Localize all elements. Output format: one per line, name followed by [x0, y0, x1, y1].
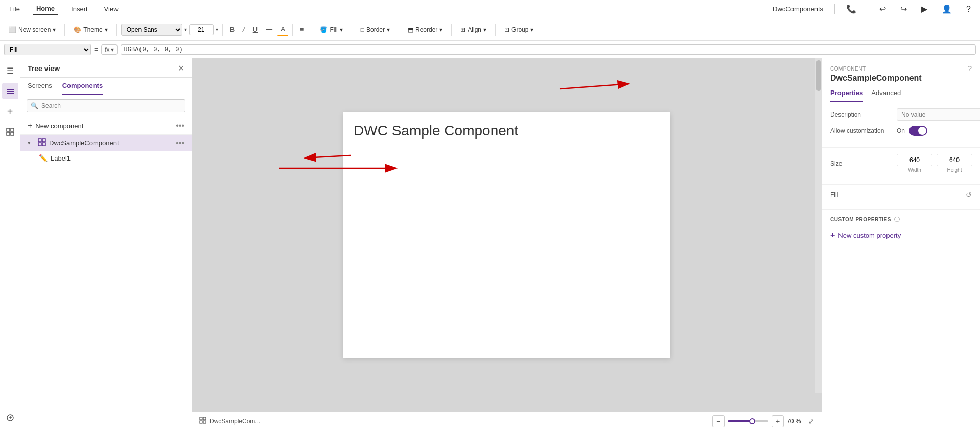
italic-button[interactable]: /: [240, 24, 248, 35]
variables-icon-button[interactable]: [2, 410, 18, 426]
new-component-button[interactable]: + New component •••: [20, 117, 192, 135]
tree-item-content-dwc: ▾ DwcSampleComponent: [28, 138, 176, 148]
toggle-thumb: [918, 127, 926, 135]
fx-chevron: ▾: [111, 46, 114, 53]
description-label: Description: [830, 111, 897, 118]
border-label: Border: [366, 26, 385, 33]
tab-properties[interactable]: Properties: [830, 89, 863, 102]
app-title: DwcComponents: [769, 3, 826, 15]
font-select[interactable]: Open Sans: [121, 24, 182, 36]
font-size-chevron[interactable]: ▾: [216, 27, 218, 32]
tab-advanced[interactable]: Advanced: [871, 89, 901, 102]
zoom-slider[interactable]: [728, 420, 768, 422]
allow-customization-toggle[interactable]: [909, 126, 927, 136]
undo-icon[interactable]: ↩: [876, 2, 889, 16]
zoom-out-button[interactable]: −: [712, 415, 725, 427]
group-label: Group: [511, 26, 528, 33]
menu-home[interactable]: Home: [33, 3, 58, 15]
dwc-dots-button[interactable]: •••: [176, 139, 184, 148]
menu-insert[interactable]: Insert: [68, 3, 91, 15]
height-input[interactable]: [937, 154, 972, 166]
zoom-in-button[interactable]: +: [772, 415, 784, 427]
phone-icon[interactable]: 📞: [843, 2, 859, 16]
theme-button[interactable]: 🎨 Theme ▾: [69, 24, 112, 36]
svg-rect-4: [11, 128, 14, 131]
fx-button[interactable]: fx ▾: [101, 44, 117, 55]
label-edit-icon: ✏️: [39, 154, 48, 162]
search-input[interactable]: [27, 99, 185, 112]
tree-item-dwcsamplecomponent[interactable]: ▾ DwcSampleComponent •••: [20, 135, 192, 151]
expand-icon[interactable]: ⤢: [808, 417, 814, 425]
new-custom-property-label: New custom property: [838, 232, 901, 239]
reorder-icon: ⬒: [408, 26, 413, 33]
size-inputs: Width Height: [897, 154, 972, 173]
canvas-scroll[interactable]: DWC Sample Component: [192, 58, 822, 412]
menu-file[interactable]: File: [6, 3, 23, 15]
tree-item-label1[interactable]: ✏️ Label1: [20, 151, 192, 165]
group-chevron: ▾: [530, 26, 533, 33]
group-button[interactable]: ⊡ Group ▾: [500, 24, 538, 36]
tree-title: Tree view: [28, 64, 60, 73]
svg-rect-0: [7, 89, 14, 90]
formula-input[interactable]: [121, 44, 976, 55]
size-section: Size Width Height: [822, 148, 980, 185]
strikethrough-button[interactable]: —: [263, 24, 275, 35]
divider: [834, 4, 835, 14]
toolbar-sep6: [352, 24, 352, 36]
fill-button[interactable]: 🪣 Fill ▾: [315, 24, 347, 36]
tree-header: Tree view ✕: [20, 58, 192, 78]
group-icon: ⊡: [504, 26, 509, 33]
width-input[interactable]: [897, 154, 932, 166]
zoom-thumb: [749, 418, 755, 424]
tab-screens[interactable]: Screens: [28, 78, 52, 95]
canvas-scrollbar[interactable]: [815, 58, 822, 393]
theme-label: Theme: [83, 26, 102, 33]
border-button[interactable]: □ Border ▾: [356, 24, 394, 36]
align-button[interactable]: ⊞ Align ▾: [456, 24, 491, 36]
new-custom-property-button[interactable]: + New custom property: [830, 229, 972, 242]
add-icon-button[interactable]: +: [2, 103, 18, 120]
tree-close-button[interactable]: ✕: [178, 63, 184, 73]
new-component-dots[interactable]: •••: [176, 121, 184, 130]
custom-properties-help-icon[interactable]: ⓘ: [894, 216, 900, 223]
layers-icon-button[interactable]: [2, 83, 18, 99]
font-size-input[interactable]: [189, 24, 214, 35]
tab-components[interactable]: Components: [62, 78, 103, 95]
font-chevron[interactable]: ▾: [184, 27, 187, 32]
play-icon[interactable]: ▶: [918, 2, 930, 16]
fill-refresh-icon[interactable]: ↺: [966, 191, 972, 199]
new-component-label: New component: [35, 122, 83, 130]
svg-rect-1: [7, 91, 14, 92]
components-icon-button[interactable]: [2, 124, 18, 140]
search-wrap: 🔍: [27, 99, 185, 112]
new-screen-button[interactable]: ⬜ New screen ▾: [4, 24, 60, 36]
width-label: Width: [908, 167, 921, 173]
border-icon: □: [361, 26, 364, 33]
description-input[interactable]: [897, 108, 980, 121]
reorder-button[interactable]: ⬒ Reorder ▾: [403, 24, 447, 36]
component-section-label: COMPONENT: [830, 66, 866, 72]
user-icon[interactable]: 👤: [939, 2, 955, 16]
underline-button[interactable]: U: [250, 24, 261, 35]
help-icon[interactable]: ?: [963, 3, 974, 16]
new-component-plus-icon: +: [28, 121, 32, 130]
reorder-label: Reorder: [415, 26, 437, 33]
label1-label: Label1: [51, 154, 71, 162]
redo-icon[interactable]: ↪: [897, 2, 910, 16]
fill-chevron: ▾: [340, 26, 343, 33]
tree-tabs: Screens Components: [20, 78, 192, 95]
allow-customization-on-text: On: [897, 127, 905, 134]
font-color-button[interactable]: A: [277, 23, 288, 36]
bold-button[interactable]: B: [227, 24, 238, 35]
toolbar: ⬜ New screen ▾ 🎨 Theme ▾ Open Sans ▾ ▾ B…: [0, 18, 980, 41]
toolbar-sep4: [292, 24, 293, 36]
align-text-button[interactable]: ≡: [297, 24, 307, 35]
property-select[interactable]: Fill: [4, 44, 91, 55]
right-panel-help-icon[interactable]: ?: [968, 64, 972, 73]
svg-rect-23: [200, 421, 202, 423]
menu-view[interactable]: View: [101, 3, 122, 15]
zoom-controls: − + 70 % ⤢: [712, 415, 814, 427]
hamburger-icon-button[interactable]: ☰: [2, 62, 18, 79]
properties-section: Description Allow customization On: [822, 102, 980, 148]
zoom-level: 70 %: [787, 418, 805, 425]
